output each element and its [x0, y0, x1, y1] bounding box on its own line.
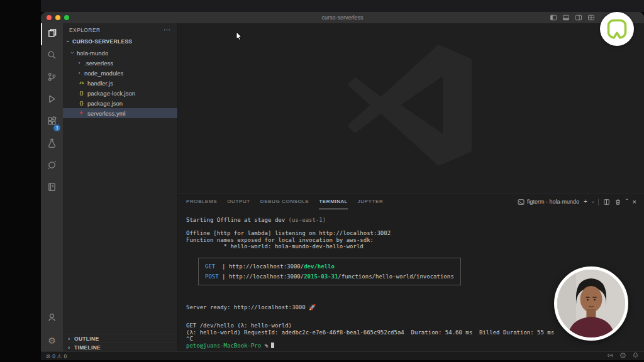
- tree-item-package-lock-json[interactable]: {} package-lock.json: [63, 88, 177, 98]
- routes-box: GET | http://localhost:3000/dev/hello PO…: [198, 258, 461, 285]
- platzi-logo-badge: [600, 12, 634, 46]
- broadcast-icon[interactable]: [607, 352, 614, 360]
- tab-jupyter[interactable]: JUPYTER: [358, 194, 384, 209]
- editor-area[interactable]: [178, 23, 644, 194]
- maximize-panel-icon[interactable]: ˆ: [626, 199, 628, 206]
- activity-notebook[interactable]: [41, 177, 63, 199]
- warning-icon: ⚠: [57, 353, 62, 359]
- terminal-prompt: peto@juans-MacBook-Pro %: [186, 343, 644, 349]
- route-post: POST | http://localhost:3000/2015-03-31/…: [205, 272, 454, 282]
- terminal-session-label: figterm - hola-mundo: [527, 199, 579, 205]
- title-bar: curso-serverless: [41, 12, 644, 23]
- status-bar-right: [607, 352, 639, 360]
- status-bar: ⊘ 0 ⚠ 0: [41, 351, 644, 360]
- timeline-section-header[interactable]: › TIMELINE: [63, 343, 177, 351]
- run-debug-icon: [47, 94, 57, 107]
- error-icon: ⊘: [46, 353, 50, 359]
- new-terminal-icon[interactable]: +: [584, 199, 587, 205]
- file-tree: › hola-mundo › .serverless › node_module…: [63, 47, 177, 334]
- bell-icon[interactable]: [632, 352, 639, 360]
- tree-item-label: package-lock.json: [87, 90, 135, 97]
- terminal-dropdown-icon[interactable]: ›: [592, 199, 594, 205]
- route-get: GET | http://localhost:3000/dev/hello: [205, 261, 454, 272]
- problems-status[interactable]: ⊘ 0 ⚠ 0: [46, 353, 67, 359]
- activity-search[interactable]: [41, 45, 63, 67]
- toggle-secondary-sidebar-icon[interactable]: [575, 14, 582, 21]
- tree-item-serverless-folder[interactable]: › .serverless: [63, 58, 177, 68]
- terminal-line: Offline [http for lambda] listening on h…: [186, 230, 644, 237]
- more-actions-icon[interactable]: ⋯: [164, 26, 171, 34]
- terminal-line: * hello-world: hola-mundo-dev-hello-worl…: [186, 243, 644, 250]
- activity-bar: 3 ⚙: [41, 23, 63, 351]
- divider: [598, 199, 599, 206]
- account-icon: [47, 312, 57, 325]
- tree-item-node-modules[interactable]: › node_modules: [63, 68, 177, 78]
- activity-testing[interactable]: [41, 133, 63, 155]
- explorer-title: EXPLORER: [69, 27, 101, 33]
- activity-extensions[interactable]: 3: [41, 111, 63, 133]
- tree-item-package-json[interactable]: {} package.json: [63, 98, 177, 108]
- tree-item-label: package.json: [87, 100, 123, 107]
- vscode-watermark-logo: [348, 45, 474, 173]
- extensions-badge: 3: [53, 124, 60, 131]
- section-label: TIMELINE: [74, 344, 101, 351]
- close-window-button[interactable]: [47, 15, 52, 20]
- sidebar-sections: › OUTLINE › TIMELINE: [63, 334, 177, 351]
- presenter-avatar: [557, 270, 625, 337]
- outline-section-header[interactable]: › OUTLINE: [63, 334, 177, 343]
- tab-output[interactable]: OUTPUT: [227, 194, 250, 209]
- tree-item-label: serverless.yml: [87, 110, 126, 117]
- screen: curso-serverless: [0, 0, 644, 362]
- tab-terminal[interactable]: TERMINAL: [319, 194, 347, 209]
- tree-item-handler-js[interactable]: JS handler.js: [63, 78, 177, 88]
- close-panel-icon[interactable]: ×: [633, 199, 636, 206]
- traffic-lights: [47, 15, 69, 20]
- tree-item-hola-mundo[interactable]: › hola-mundo: [63, 48, 177, 58]
- panel-actions: figterm - hola-mundo + › ˆ ×: [518, 199, 636, 206]
- customize-layout-icon[interactable]: [587, 14, 595, 21]
- activity-explorer[interactable]: [41, 23, 63, 45]
- feedback-icon[interactable]: [619, 352, 626, 360]
- toggle-sidebar-icon[interactable]: [550, 14, 557, 21]
- chevron-down-icon: ›: [69, 50, 74, 56]
- chevron-right-icon: ›: [77, 60, 82, 66]
- serverless-icon: [78, 110, 85, 116]
- activity-source-control[interactable]: [41, 67, 63, 89]
- terminal-line: Starting Offline at stage dev (us-east-1…: [186, 217, 644, 224]
- panel-tab-bar: PROBLEMS OUTPUT DEBUG CONSOLE TERMINAL J…: [178, 194, 644, 209]
- minimize-window-button[interactable]: [55, 15, 60, 20]
- tab-problems[interactable]: PROBLEMS: [186, 194, 217, 209]
- mouse-cursor: [236, 31, 244, 43]
- terminal-session-selector[interactable]: figterm - hola-mundo: [518, 199, 579, 206]
- tree-item-serverless-yml[interactable]: serverless.yml: [63, 108, 177, 118]
- chevron-right-icon: ›: [67, 336, 72, 342]
- activity-jupyter[interactable]: [41, 155, 63, 177]
- search-icon: [47, 50, 57, 63]
- tree-root-curso-serverless[interactable]: › CURSO-SERVERLESS: [63, 36, 177, 47]
- terminal-line: Function names exposed for local invocat…: [186, 237, 644, 244]
- error-count: 0: [52, 353, 55, 359]
- activity-account[interactable]: [41, 307, 63, 329]
- tab-debug-console[interactable]: DEBUG CONSOLE: [260, 194, 309, 209]
- tree-item-label: hola-mundo: [77, 50, 108, 57]
- split-terminal-icon[interactable]: [603, 199, 610, 206]
- explorer-header: EXPLORER ⋯: [63, 23, 177, 36]
- terminal-cursor: [271, 343, 274, 348]
- webcam-overlay: [554, 266, 628, 341]
- root-folder-label: CURSO-SERVERLESS: [72, 38, 132, 45]
- activity-run-debug[interactable]: [41, 89, 63, 111]
- js-file-icon: JS: [78, 81, 85, 85]
- files-icon: [47, 28, 57, 41]
- desktop-strip: [41, 0, 644, 12]
- toggle-panel-icon[interactable]: [562, 14, 570, 21]
- chevron-right-icon: ›: [77, 70, 82, 76]
- activity-settings[interactable]: ⚙: [41, 329, 63, 351]
- warning-count: 0: [64, 353, 67, 359]
- notebook-icon: [47, 182, 57, 195]
- jupyter-icon: [47, 160, 57, 173]
- tree-item-label: node_modules: [84, 70, 123, 77]
- explorer-sidebar: EXPLORER ⋯ › CURSO-SERVERLESS › hola-mun…: [63, 23, 178, 351]
- zoom-window-button[interactable]: [64, 15, 69, 20]
- tree-item-label: .serverless: [84, 60, 113, 67]
- kill-terminal-icon[interactable]: [614, 199, 621, 206]
